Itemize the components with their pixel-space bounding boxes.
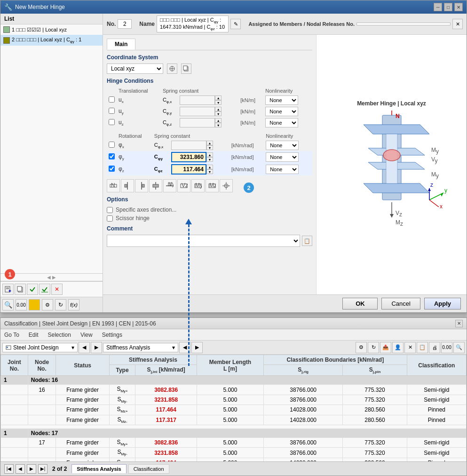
- check2-button[interactable]: [39, 284, 50, 295]
- delete-button[interactable]: ✕: [51, 284, 63, 295]
- settings-btn[interactable]: ⚙: [42, 299, 53, 310]
- cancel-button[interactable]: Cancel: [381, 298, 420, 309]
- apply-button[interactable]: Apply: [424, 298, 461, 309]
- toolbar-icon-6[interactable]: Vz: [177, 179, 190, 192]
- rot-py-nonlin[interactable]: None: [266, 152, 299, 162]
- filter-btn[interactable]: ⚙: [356, 342, 367, 353]
- toolbar-icon-1[interactable]: N: [107, 179, 120, 192]
- trans-uy-nonlin[interactable]: None: [265, 107, 298, 116]
- rot-px-spin-up[interactable]: ▲: [206, 141, 213, 145]
- last-page-btn[interactable]: ▶|: [38, 464, 47, 474]
- function-btn[interactable]: f(x): [68, 299, 79, 310]
- toolbar-icon-7[interactable]: My: [191, 179, 205, 192]
- trans-ux-spin-down[interactable]: ▼: [215, 100, 222, 105]
- comment-copy-button[interactable]: 📋: [302, 236, 312, 246]
- rot-pz-input[interactable]: [171, 164, 206, 175]
- list-item-1[interactable]: 1 □□□ ☑☑☑ | Local xyz: [0, 24, 103, 35]
- menu-goto[interactable]: Go To: [2, 331, 21, 339]
- trans-uy-input[interactable]: [180, 107, 215, 116]
- trans-ux-checkbox[interactable]: [109, 96, 115, 103]
- scissor-hinge-checkbox[interactable]: [107, 215, 113, 222]
- menu-selection[interactable]: Selection: [46, 331, 73, 339]
- rot-px-checkbox[interactable]: [109, 142, 115, 148]
- specific-axes-checkbox[interactable]: [107, 207, 113, 213]
- prev-btn[interactable]: ◀: [79, 342, 90, 353]
- rot-py-spin-up[interactable]: ▲: [206, 152, 213, 157]
- main-tab[interactable]: Main: [107, 39, 135, 50]
- close-button[interactable]: ✕: [454, 3, 463, 11]
- toolbar-icon-4[interactable]: [149, 179, 162, 192]
- rot-py-checkbox[interactable]: [109, 153, 115, 159]
- classification-tab[interactable]: Classification: [128, 464, 169, 474]
- zero-btn[interactable]: 0.00: [441, 342, 452, 353]
- trans-ux-spring-label: Cφ,x: [161, 95, 178, 106]
- ok-button[interactable]: OK: [342, 298, 378, 309]
- print-btn[interactable]: 🖨: [429, 342, 440, 353]
- toolbar-icon-3[interactable]: [135, 179, 148, 192]
- cell-class: Semi-rigid: [407, 437, 466, 447]
- rot-px-input[interactable]: [171, 141, 206, 150]
- export-btn[interactable]: 📤: [380, 342, 391, 353]
- menu-settings[interactable]: Settings: [100, 331, 124, 339]
- rot-pz-spin-up[interactable]: ▲: [206, 165, 213, 169]
- trans-ux-spin-up[interactable]: ▲: [215, 95, 222, 100]
- next-page-btn[interactable]: ▶: [27, 464, 36, 474]
- menu-view[interactable]: View: [79, 331, 95, 339]
- assigned-edit-button[interactable]: ✕: [452, 19, 463, 29]
- comment-select[interactable]: [107, 235, 300, 247]
- rot-py-spin-down[interactable]: ▼: [206, 157, 213, 162]
- trans-ux-nonlin[interactable]: None: [265, 95, 298, 105]
- table-row: 16 Frame girder SMy+ 3082.836 5.000 3876…: [1, 385, 467, 395]
- rot-pz-nonlin[interactable]: None: [266, 165, 299, 174]
- coord-icon1[interactable]: [167, 63, 177, 74]
- cross-btn[interactable]: ✕: [404, 342, 416, 353]
- sa-next-btn[interactable]: ▶: [191, 342, 203, 353]
- trans-uy-spin-up[interactable]: ▲: [215, 107, 222, 111]
- coord-icon2[interactable]: [181, 63, 191, 74]
- svg-marker-49: [441, 193, 443, 197]
- rot-pz-spin-down[interactable]: ▼: [206, 169, 213, 174]
- value-btn[interactable]: 0.00: [16, 299, 27, 310]
- refresh-btn[interactable]: ↻: [55, 299, 66, 310]
- toolbar-icon-2[interactable]: [121, 179, 134, 192]
- trans-uz-checkbox[interactable]: [109, 119, 115, 125]
- edit-name-button[interactable]: ✎: [230, 19, 241, 29]
- bottom-close-button[interactable]: ✕: [455, 320, 463, 327]
- toolbar-icon-8[interactable]: Mz: [206, 179, 219, 192]
- steel-joint-dropdown[interactable]: Steel Joint Design ▾: [2, 343, 78, 352]
- minimize-button[interactable]: ─: [434, 3, 442, 11]
- refresh2-btn[interactable]: ↻: [368, 342, 379, 353]
- cell-type: SMz+: [109, 405, 135, 415]
- trans-uy-spin-down[interactable]: ▼: [215, 111, 222, 116]
- check-button[interactable]: [27, 284, 38, 295]
- menu-edit[interactable]: Edit: [27, 331, 40, 339]
- first-page-btn[interactable]: |◀: [4, 464, 14, 474]
- coord-select[interactable]: Local xyz: [107, 63, 163, 74]
- maximize-button[interactable]: □: [444, 3, 452, 11]
- copy-btn[interactable]: 📋: [417, 342, 428, 353]
- trans-uz-spin-down[interactable]: ▼: [215, 123, 222, 127]
- duplicate-button[interactable]: [15, 284, 26, 295]
- rot-py-input[interactable]: [171, 152, 206, 162]
- rot-pz-checkbox[interactable]: [109, 166, 115, 172]
- toolbar-icon-5[interactable]: Vy: [163, 179, 176, 192]
- next-btn[interactable]: ▶: [91, 342, 102, 353]
- color-btn[interactable]: [29, 299, 40, 310]
- trans-uz-nonlin[interactable]: None: [265, 118, 298, 127]
- rot-px-nonlin[interactable]: None: [266, 141, 299, 150]
- rot-px-spin-down[interactable]: ▼: [206, 145, 213, 150]
- person-btn[interactable]: 👤: [392, 342, 404, 353]
- new-item-button[interactable]: [2, 284, 14, 295]
- search-btn[interactable]: 🔍: [453, 342, 465, 353]
- cell-class: Semi-rigid: [407, 385, 466, 395]
- stiffness-analysis-tab[interactable]: Stiffness Analysis: [71, 464, 126, 473]
- trans-uz-input[interactable]: [180, 118, 215, 127]
- stiffness-dropdown[interactable]: Stiffness Analysis ▾: [103, 343, 178, 352]
- list-item-2[interactable]: 2 □□□ □□□ | Local xyz | Cφy : 1: [0, 35, 103, 46]
- zoom-btn[interactable]: 🔍: [2, 299, 14, 310]
- trans-uy-checkbox[interactable]: [109, 108, 115, 114]
- toolbar-icon-9[interactable]: [220, 179, 233, 192]
- trans-ux-input[interactable]: [180, 95, 215, 105]
- prev-page-btn[interactable]: ◀: [16, 464, 25, 474]
- trans-uz-spin-up[interactable]: ▲: [215, 118, 222, 123]
